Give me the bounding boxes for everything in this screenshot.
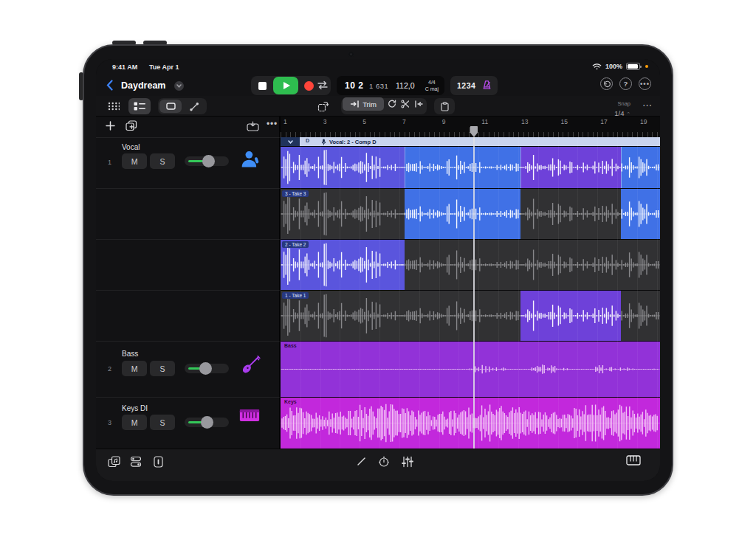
track-header-column: ••• 1 Vocal M S xyxy=(96,117,281,449)
stop-button[interactable] xyxy=(258,82,267,90)
lane-take2[interactable]: 2 - Take 2 xyxy=(281,239,660,290)
ruler-label: 7 xyxy=(402,118,406,125)
ruler-label: 3 xyxy=(323,118,327,125)
tracks-view-button[interactable] xyxy=(128,98,151,114)
region-label: Keys xyxy=(284,399,297,404)
mic-in-use-indicator xyxy=(645,65,648,68)
timeline[interactable]: 135791113151719 D Vocal: 2 - Comp D xyxy=(281,117,660,449)
volume-slider[interactable] xyxy=(185,418,229,427)
track-header-toolbar: ••• xyxy=(96,117,281,137)
ellipsis-icon: ••• xyxy=(640,80,650,88)
play-icon xyxy=(284,82,290,89)
lane-take3[interactable]: 3 - Take 3 xyxy=(281,188,660,239)
volume-knob[interactable] xyxy=(202,155,215,167)
take-folder-collapse-button[interactable] xyxy=(281,137,300,146)
comp-badge: D xyxy=(306,138,309,143)
take-label: 3 - Take 3 xyxy=(282,190,309,197)
trim-tool-button[interactable]: Trim xyxy=(343,97,384,111)
project-title[interactable]: Daydream xyxy=(121,80,165,91)
date: Tue Apr 1 xyxy=(149,63,179,71)
lcd-display[interactable]: 10 2 1 631 112,0 4/4 C maj xyxy=(337,76,444,95)
solo-button[interactable]: S xyxy=(150,361,175,376)
keyboard-view-button[interactable] xyxy=(626,455,641,465)
ruler-label: 9 xyxy=(442,118,446,125)
take-folder-title: Vocal: 2 - Comp D xyxy=(329,139,377,145)
solo-button[interactable]: S xyxy=(150,153,175,169)
ruler-label: 11 xyxy=(481,118,488,125)
volume-slider[interactable] xyxy=(185,156,229,166)
trim-tool-label: Trim xyxy=(362,100,377,108)
ruler-label: 17 xyxy=(600,118,607,125)
track-header-bass[interactable]: 2 Bass M S xyxy=(96,341,281,397)
play-button[interactable] xyxy=(273,77,298,94)
track-number: 3 xyxy=(108,419,111,426)
mute-button[interactable]: M xyxy=(122,361,147,376)
playhead-position-sub: 1 631 xyxy=(369,82,388,90)
loop-tool-button[interactable] xyxy=(385,97,399,111)
lane-keys[interactable]: Keys xyxy=(281,397,660,449)
volume-knob[interactable] xyxy=(201,416,213,429)
browser-grid-button[interactable] xyxy=(103,98,124,114)
ipad-device-frame: 9:41 AM Tue Apr 1 100% Daydream xyxy=(83,44,673,496)
duplicate-track-button[interactable] xyxy=(126,120,137,131)
lane-take1[interactable]: 1 - Take 1 xyxy=(281,290,660,341)
track-name[interactable]: Vocal xyxy=(122,143,140,151)
loop-browser-button[interactable] xyxy=(108,456,120,468)
playhead-position: 10 2 xyxy=(345,80,363,91)
metronome-icon[interactable] xyxy=(481,80,492,91)
take-label: 2 - Take 2 xyxy=(282,241,309,248)
count-in-control[interactable]: 1234 xyxy=(450,76,498,95)
snap-control[interactable]: Snap 1/4 ⌃ xyxy=(614,97,630,118)
automation-edit-button[interactable] xyxy=(356,456,367,467)
key-signature: C maj xyxy=(425,86,439,91)
fade-tool-button[interactable] xyxy=(412,97,425,111)
track-name[interactable]: Keys DI xyxy=(122,404,148,412)
tracks-area: ••• 1 Vocal M S xyxy=(96,117,660,449)
clock: 9:41 AM xyxy=(112,63,137,71)
track-number: 1 xyxy=(108,159,111,166)
battery-percent: 100% xyxy=(605,63,622,70)
mute-button[interactable]: M xyxy=(122,415,147,430)
mixer-button[interactable] xyxy=(402,456,413,468)
help-button[interactable]: ? xyxy=(619,77,632,90)
status-bar: 9:41 AM Tue Apr 1 100% xyxy=(96,59,660,75)
io-monitor-button[interactable] xyxy=(154,456,163,468)
tuner-button[interactable] xyxy=(378,456,390,468)
mute-button[interactable]: M xyxy=(122,153,147,169)
back-button[interactable] xyxy=(106,80,113,91)
take-label: 1 - Take 1 xyxy=(282,292,309,299)
battery-icon xyxy=(626,63,640,70)
record-button[interactable] xyxy=(304,81,314,91)
track-import-button[interactable] xyxy=(247,121,259,131)
plugins-button[interactable] xyxy=(130,456,142,468)
main-toolbar: Daydream 10 2 1 631 112,0 4/4 xyxy=(96,75,660,96)
track-header-vocal[interactable]: 1 Vocal M S xyxy=(96,137,281,188)
track-header-keys[interactable]: 3 Keys DI M S xyxy=(96,397,281,449)
lane-comp[interactable] xyxy=(281,146,660,188)
marquee-tool-button[interactable] xyxy=(159,100,182,113)
add-track-button[interactable] xyxy=(106,121,115,131)
volume-slider[interactable] xyxy=(185,364,229,373)
project-menu-chevron-icon[interactable] xyxy=(174,81,184,91)
track-header-more-button[interactable]: ••• xyxy=(267,119,278,129)
take-lane-header-2 xyxy=(96,239,281,290)
more-menu-button[interactable]: ••• xyxy=(639,77,651,90)
wifi-icon xyxy=(592,63,602,70)
viewbar-more-button[interactable]: ⋯ xyxy=(642,100,653,111)
undo-button[interactable] xyxy=(600,77,613,90)
solo-button[interactable]: S xyxy=(150,415,175,430)
cycle-button[interactable] xyxy=(317,80,329,90)
split-tool-button[interactable] xyxy=(399,97,412,111)
tempo-value: 112,0 xyxy=(396,81,415,90)
track-name[interactable]: Bass xyxy=(122,350,138,358)
ruler-label: 5 xyxy=(362,118,366,125)
volume-knob[interactable] xyxy=(199,362,212,375)
lane-bass[interactable]: Bass xyxy=(281,341,660,397)
paste-tool-button[interactable] xyxy=(434,98,455,114)
take-lane-header-3 xyxy=(96,188,281,239)
take-folder-header[interactable]: D Vocal: 2 - Comp D xyxy=(281,137,660,146)
copy-tool-button[interactable] xyxy=(312,98,334,114)
automation-tool-button[interactable] xyxy=(183,100,205,113)
region-label: Bass xyxy=(284,343,297,348)
help-glyph: ? xyxy=(624,80,628,88)
